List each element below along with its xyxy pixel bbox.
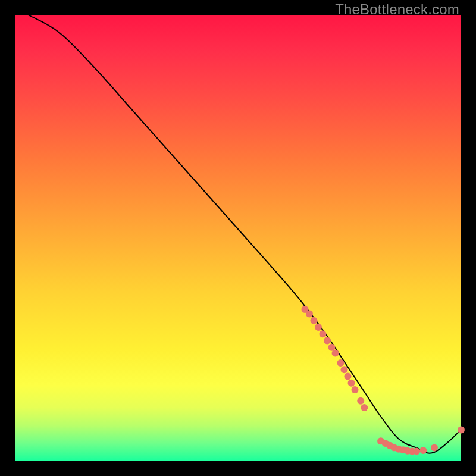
data-point [348,380,355,387]
data-curve [29,15,462,453]
plot-area [15,15,461,461]
data-point [419,447,427,454]
data-point [357,397,364,405]
data-point [345,373,352,380]
data-point [315,324,322,331]
data-point [341,366,348,373]
data-points [302,306,465,455]
data-point [431,444,438,452]
data-point [458,427,465,434]
data-point [320,330,327,337]
data-point [324,337,331,345]
data-point [311,317,318,324]
data-point [361,404,368,411]
chart-svg [15,15,461,461]
data-point [306,311,313,318]
data-point [337,359,345,367]
data-point [332,350,339,357]
data-point [413,448,420,455]
chart-stage: TheBottleneck.com [0,0,476,476]
data-point [352,386,359,393]
